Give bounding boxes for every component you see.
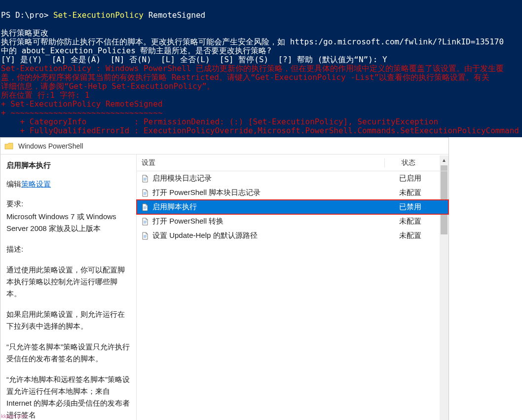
error-tilde: + ~~~~~~~~~~~~~~~~~~~~~~~~~~~~~~~~ — [1, 108, 163, 117]
gp-row-1[interactable]: 打开 PowerShell 脚本块日志记录未配置 — [137, 186, 448, 200]
policy-doc-icon — [142, 232, 149, 240]
folder-icon — [4, 143, 13, 150]
error-line-2: 盖，你的外壳程序将保留其当前的有效执行策略 Restricted。请键入“Get… — [1, 73, 489, 82]
gp-row-label: 设置 Update-Help 的默认源路径 — [152, 231, 258, 240]
policy-change-body-2: 中的 about_Execution_Policies 帮助主题所述。是否要更改… — [1, 46, 271, 55]
gp-left-pane: 启用脚本执行 编辑策略设置 要求: Microsoft Windows 7 或 … — [0, 154, 136, 420]
gp-row-4[interactable]: 设置 Update-Help 的默认源路径未配置 — [137, 229, 448, 243]
gp-edit-prefix: 编辑 — [6, 180, 21, 188]
policy-doc-icon — [142, 189, 149, 197]
gp-column-headers: 设置 状态 — [137, 154, 448, 171]
gp-desc-p3: “只允许签名脚本”策略设置只允许执行受信任的发布者签名的脚本。 — [6, 341, 130, 365]
gp-row-state: 未配置 — [384, 217, 448, 226]
policy-change-heading: 执行策略更改 — [1, 28, 48, 38]
gp-desc-p1: 通过使用此策略设置，你可以配置脚本执行策略以控制允许运行哪些脚本。 — [6, 264, 130, 300]
gp-row-setting: 启用脚本执行 — [137, 202, 384, 212]
ps-command-cmdlet: Set-ExecutionPolicy — [53, 10, 144, 20]
gp-desc-label: 描述: — [6, 243, 130, 255]
gp-row-label: 打开 PowerShell 脚本块日志记录 — [152, 188, 261, 197]
error-fullyqualified: + FullyQualifiedErrorId : ExecutionPolic… — [1, 126, 519, 135]
error-line-3: 详细信息，请参阅“Get-Help Set-ExecutionPolicy”。 — [1, 81, 215, 91]
gp-row-setting: 打开 PowerShell 脚本块日志记录 — [137, 188, 384, 197]
gp-row-setting: 启用模块日志记录 — [137, 174, 384, 183]
policy-change-choices: [Y] 是(Y) [A] 全是(A) [N] 否(N) [L] 全否(L) [S… — [1, 55, 387, 64]
gp-row-3[interactable]: 打开 PowerShell 转换未配置 — [137, 214, 448, 229]
gp-body: 启用脚本执行 编辑策略设置 要求: Microsoft Windows 7 或 … — [0, 154, 448, 420]
gp-row-setting: 设置 Update-Help 的默认源路径 — [137, 231, 384, 240]
col-header-state[interactable]: 状态 — [384, 158, 448, 167]
gp-edit-line: 编辑策略设置 — [6, 178, 130, 190]
powershell-terminal[interactable]: PS D:\pro> Set-ExecutionPolicy RemoteSig… — [0, 0, 522, 137]
error-command-echo: + Set-ExecutionPolicy RemoteSigned — [1, 99, 163, 109]
policy-doc-icon — [142, 175, 149, 183]
policy-doc-icon — [142, 218, 149, 226]
gp-window-title: Windows PowerShell — [18, 142, 83, 150]
gp-row-state: 未配置 — [384, 231, 448, 240]
policy-doc-icon — [142, 203, 149, 211]
gp-req-label: 要求: — [6, 198, 130, 210]
col-header-setting[interactable]: 设置 — [137, 158, 384, 167]
gp-row-label: 打开 PowerShell 转换 — [152, 217, 224, 226]
gp-row-state: 未配置 — [384, 188, 448, 197]
error-line-1: Set-ExecutionPolicy : Windows PowerShell… — [1, 64, 504, 73]
policy-change-body-1: 执行策略可帮助你防止执行不信任的脚本。更改执行策略可能会产生安全风险，如 htt… — [1, 37, 504, 46]
gp-row-0[interactable]: 启用模块日志记录已启用 — [137, 171, 448, 186]
ps-prompt: PS D:\pro> — [1, 10, 53, 20]
gp-policy-name: 启用脚本执行 — [6, 159, 130, 171]
gp-edit-link[interactable]: 策略设置 — [21, 180, 51, 188]
watermark: kkpan.com — [1, 413, 27, 419]
error-categoryinfo: + CategoryInfo : PermissionDenied: (:) [… — [1, 117, 438, 126]
error-location: 所在位置 行:1 字符: 1 — [1, 90, 89, 100]
group-policy-window: Windows PowerShell 启用脚本执行 编辑策略设置 要求: Mic… — [0, 137, 449, 420]
gp-row-label: 启用脚本执行 — [152, 202, 197, 212]
gp-right-pane: 设置 状态 启用模块日志记录已启用打开 PowerShell 脚本块日志记录未配… — [136, 154, 448, 420]
gp-row-2[interactable]: 启用脚本执行已禁用 — [137, 200, 448, 214]
gp-row-state: 已禁用 — [384, 202, 448, 212]
gp-row-setting: 打开 PowerShell 转换 — [137, 217, 384, 226]
gp-row-state: 已启用 — [384, 174, 448, 183]
gp-rows-list: 启用模块日志记录已启用打开 PowerShell 脚本块日志记录未配置启用脚本执… — [137, 171, 448, 243]
gp-row-label: 启用模块日志记录 — [152, 174, 212, 183]
gp-desc-p2: 如果启用此策略设置，则允许运行在下拉列表中选择的脚本。 — [6, 308, 130, 332]
ps-command-arg: RemoteSigned — [144, 10, 205, 20]
gp-req-text: Microsoft Windows 7 或 Windows Server 200… — [6, 211, 130, 234]
gp-title-bar: Windows PowerShell — [0, 138, 448, 154]
